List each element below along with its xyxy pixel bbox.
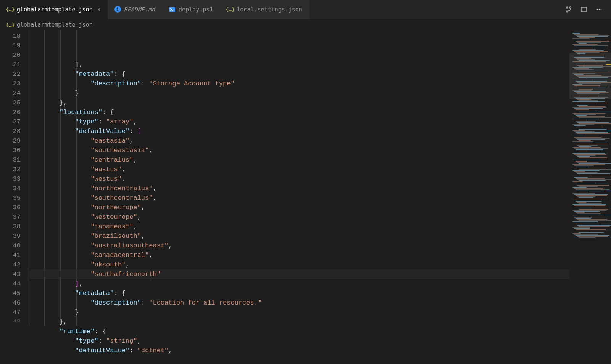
svg-point-2 (566, 7, 568, 8)
split-editor-icon[interactable] (580, 5, 588, 14)
breadcrumb-label: globalarmtemplate.json (17, 21, 93, 28)
svg-point-9 (601, 9, 602, 10)
svg-point-7 (597, 9, 598, 10)
minimap-slider[interactable] (569, 53, 611, 99)
tab-label: local.settings.json (237, 6, 302, 13)
tab-label: README.md (124, 6, 155, 13)
code-editor[interactable]: 1819202122232425262728293031323334353637… (0, 30, 611, 364)
info-icon: i (114, 6, 121, 13)
breadcrumb[interactable]: {…} globalarmtemplate.json (0, 19, 611, 30)
more-actions-icon[interactable] (595, 5, 603, 14)
tab-label: globalarmtemplate.json (17, 6, 93, 13)
tab-bar-actions (564, 5, 611, 14)
code-area[interactable]: ], "metadata": { "description": "Storage… (28, 30, 611, 364)
tab-readme[interactable]: i README.md (108, 0, 162, 19)
compare-changes-icon[interactable] (564, 5, 573, 14)
tab-label: deploy.ps1 (179, 6, 213, 13)
overview-ruler[interactable] (606, 30, 611, 364)
minimap[interactable] (569, 30, 611, 364)
tab-localsettings[interactable]: {…} local.settings.json (220, 0, 309, 19)
tab-deploy[interactable]: deploy.ps1 (162, 0, 220, 19)
json-icon: {…} (7, 6, 14, 13)
tab-globalarmtemplate[interactable]: {…} globalarmtemplate.json × (0, 0, 108, 19)
tab-bar: {…} globalarmtemplate.json × i README.md… (0, 0, 611, 19)
svg-point-4 (569, 7, 571, 8)
svg-point-8 (599, 9, 600, 10)
line-gutter: 1819202122232425262728293031323334353637… (0, 30, 28, 364)
close-icon[interactable]: × (96, 6, 101, 13)
svg-point-3 (566, 11, 568, 12)
json-icon: {…} (227, 6, 234, 13)
powershell-icon (169, 6, 176, 13)
json-icon: {…} (7, 21, 14, 28)
